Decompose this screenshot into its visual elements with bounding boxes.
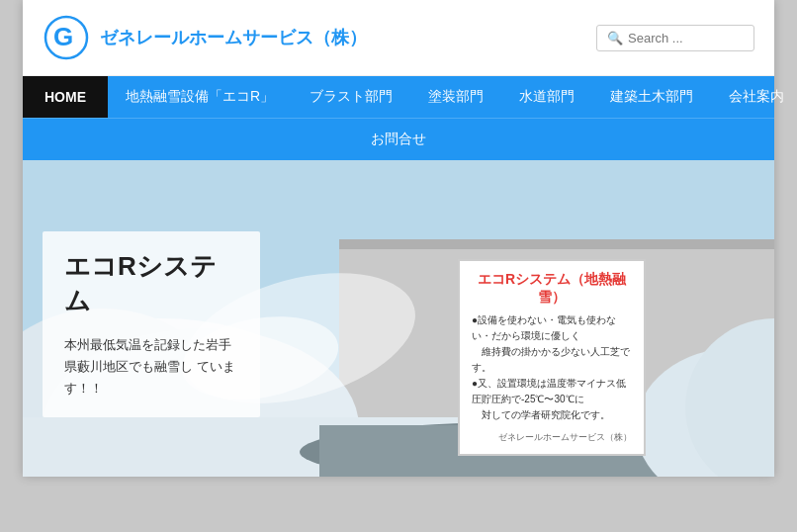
nav-item-blast[interactable]: ブラスト部門: [292, 76, 410, 118]
nav-row-top: HOME 地熱融雪設備「エコR」 ブラスト部門 塗装部門 水道部門 建築土木部門…: [23, 76, 774, 118]
search-box[interactable]: 🔍: [596, 25, 754, 51]
hero-section: エコRシステム（地熱融雪） ●設備を使わない・電気も使わない・だから環境に優しく…: [23, 160, 774, 477]
nav-item-coating[interactable]: 塗装部門: [410, 76, 501, 118]
search-icon: 🔍: [607, 31, 623, 45]
sign-body: ●設備を使わない・電気も使わない・だから環境に優しく 維持費の掛かかる少ない人工…: [472, 312, 632, 423]
nav-item-home[interactable]: HOME: [23, 76, 108, 118]
logo-area: G ゼネレールホームサービス（株）: [43, 14, 367, 61]
svg-rect-4: [339, 239, 774, 249]
site-nav: HOME 地熱融雪設備「エコR」 ブラスト部門 塗装部門 水道部門 建築土木部門…: [23, 76, 774, 160]
site-container: G ゼネレールホームサービス（株） 🔍 HOME 地熱融雪設備「エコR」 ブラス…: [23, 0, 774, 477]
sign-board: エコRシステム（地熱融雪） ●設備を使わない・電気も使わない・だから環境に優しく…: [458, 259, 646, 456]
sign-footer: ゼネレールホームサービス（株）: [472, 431, 632, 444]
hero-description: 本州最低気温を記録した岩手県藪川地区でも融雪し ています！！: [64, 334, 238, 399]
svg-text:G: G: [53, 22, 73, 51]
search-input[interactable]: [628, 31, 737, 45]
nav-item-contact[interactable]: お問合せ: [353, 119, 444, 160]
hero-title: エコRシステム: [64, 249, 238, 318]
page-wrapper: G ゼネレールホームサービス（株） 🔍 HOME 地熱融雪設備「エコR」 ブラス…: [0, 0, 797, 477]
sign-title: エコRシステム（地熱融雪）: [472, 271, 632, 307]
nav-item-water[interactable]: 水道部門: [501, 76, 592, 118]
nav-item-company[interactable]: 会社案内: [711, 76, 797, 118]
nav-item-civil[interactable]: 建築土木部門: [592, 76, 711, 118]
logo-icon: G: [43, 14, 90, 61]
site-header: G ゼネレールホームサービス（株） 🔍: [23, 0, 774, 76]
hero-overlay-text: エコRシステム 本州最低気温を記録した岩手県藪川地区でも融雪し ています！！: [43, 231, 260, 417]
nav-row-bottom: お問合せ: [23, 118, 774, 160]
logo-text: ゼネレールホームサービス（株）: [100, 26, 367, 49]
nav-item-ecor[interactable]: 地熱融雪設備「エコR」: [108, 76, 292, 118]
